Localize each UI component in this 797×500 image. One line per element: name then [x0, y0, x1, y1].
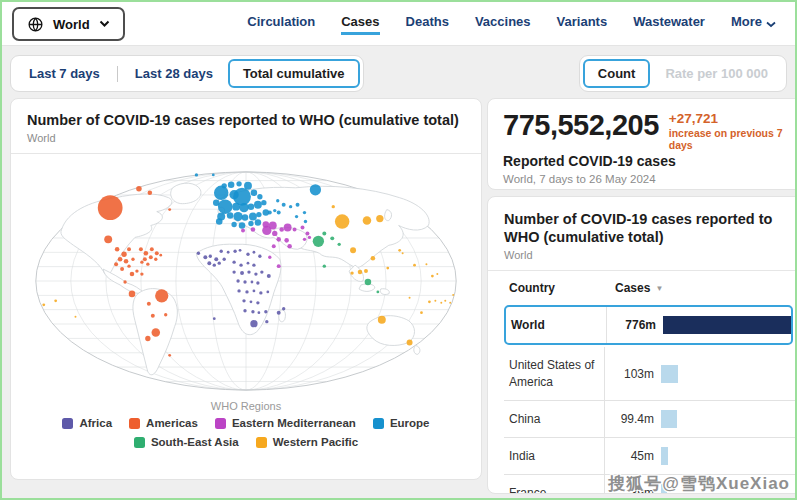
case-bubble[interactable]: [233, 250, 236, 253]
case-bubble[interactable]: [147, 302, 151, 306]
table-row-china[interactable]: China99.4m: [504, 400, 797, 437]
case-bubble[interactable]: [428, 301, 431, 304]
case-bubble[interactable]: [255, 219, 262, 226]
case-bubble[interactable]: [251, 310, 254, 313]
case-bubble[interactable]: [118, 257, 123, 262]
filter-button-last-7-days[interactable]: Last 7 days: [14, 59, 115, 88]
nav-item-cases[interactable]: Cases: [341, 2, 379, 46]
filter-button-total-cumulative[interactable]: Total cumulative: [228, 59, 360, 88]
case-bubble[interactable]: [273, 209, 276, 212]
case-bubble[interactable]: [143, 257, 147, 261]
case-bubble[interactable]: [287, 244, 292, 249]
case-bubble[interactable]: [123, 280, 126, 283]
case-bubble[interactable]: [376, 291, 379, 294]
case-bubble[interactable]: [146, 263, 149, 266]
case-bubble[interactable]: [124, 259, 129, 264]
case-bubble[interactable]: [240, 271, 244, 275]
case-bubble[interactable]: [257, 194, 262, 199]
case-bubble[interactable]: [268, 211, 272, 215]
case-bubble[interactable]: [54, 300, 57, 303]
case-bubble[interactable]: [279, 227, 284, 232]
case-bubble[interactable]: [135, 270, 138, 273]
region-selector-button[interactable]: World: [12, 7, 125, 41]
case-bubble[interactable]: [276, 199, 279, 202]
case-bubble[interactable]: [121, 252, 126, 257]
case-bubble[interactable]: [425, 263, 427, 265]
case-bubble[interactable]: [256, 281, 259, 284]
case-bubble[interactable]: [259, 291, 262, 294]
case-bubble[interactable]: [264, 310, 267, 313]
case-bubble[interactable]: [303, 211, 306, 214]
case-bubble[interactable]: [330, 237, 334, 241]
case-bubble[interactable]: [284, 238, 289, 243]
case-bubble[interactable]: [115, 247, 120, 252]
case-bubble[interactable]: [277, 264, 281, 268]
case-bubble[interactable]: [282, 307, 285, 310]
case-bubble[interactable]: [214, 186, 228, 200]
case-bubble[interactable]: [247, 271, 250, 274]
case-bubble[interactable]: [155, 251, 159, 255]
case-bubble[interactable]: [293, 228, 297, 232]
case-bubble[interactable]: [364, 269, 368, 273]
case-bubble[interactable]: [149, 255, 153, 259]
table-row-india[interactable]: India45m: [504, 437, 797, 474]
case-bubble[interactable]: [223, 258, 226, 261]
case-bubble[interactable]: [250, 301, 253, 304]
case-bubble[interactable]: [365, 279, 372, 286]
filter-button-rate-per-100-000[interactable]: Rate per 100 000: [650, 59, 783, 88]
case-bubble[interactable]: [253, 251, 256, 254]
case-bubble[interactable]: [268, 256, 271, 259]
case-bubble[interactable]: [130, 272, 135, 277]
case-bubble[interactable]: [120, 267, 124, 271]
case-bubble[interactable]: [262, 226, 271, 235]
case-bubble[interactable]: [145, 336, 150, 341]
case-bubble[interactable]: [350, 247, 356, 253]
case-bubble[interactable]: [139, 247, 143, 251]
case-bubble[interactable]: [104, 236, 112, 244]
case-bubble[interactable]: [258, 311, 261, 314]
case-bubble[interactable]: [436, 273, 438, 275]
case-bubble[interactable]: [152, 328, 161, 337]
case-bubble[interactable]: [452, 294, 454, 296]
filter-button-last-28-days[interactable]: Last 28 days: [120, 59, 228, 88]
table-row-france[interactable]: France39m: [504, 474, 797, 494]
case-bubble[interactable]: [241, 229, 245, 233]
case-bubble[interactable]: [74, 316, 76, 318]
case-bubble[interactable]: [140, 261, 143, 264]
case-bubble[interactable]: [267, 274, 271, 278]
case-bubble[interactable]: [216, 218, 223, 225]
case-bubble[interactable]: [114, 262, 118, 266]
case-bubble[interactable]: [284, 224, 292, 232]
case-bubble[interactable]: [295, 215, 298, 218]
case-bubble[interactable]: [282, 203, 286, 207]
sort-desc-icon[interactable]: ▼: [655, 284, 663, 293]
case-bubble[interactable]: [252, 264, 255, 267]
case-bubble[interactable]: [323, 265, 326, 268]
case-bubble[interactable]: [218, 200, 232, 214]
case-bubble[interactable]: [239, 249, 242, 252]
case-bubble[interactable]: [407, 340, 413, 346]
case-bubble[interactable]: [440, 302, 442, 304]
case-bubble[interactable]: [168, 208, 171, 211]
case-bubble[interactable]: [251, 190, 258, 197]
case-bubble[interactable]: [266, 291, 269, 294]
case-bubble[interactable]: [242, 214, 249, 221]
case-bubble[interactable]: [350, 272, 353, 275]
nav-item-deaths[interactable]: Deaths: [406, 2, 449, 46]
case-bubble[interactable]: [378, 316, 386, 324]
case-bubble[interactable]: [363, 216, 372, 225]
case-bubble[interactable]: [237, 289, 240, 292]
case-bubble[interactable]: [431, 275, 434, 278]
case-bubble[interactable]: [144, 251, 149, 256]
case-bubble[interactable]: [168, 354, 171, 357]
case-bubble[interactable]: [250, 320, 257, 327]
case-bubble[interactable]: [358, 270, 363, 275]
case-bubble[interactable]: [248, 221, 253, 226]
case-bubble[interactable]: [195, 173, 198, 176]
case-bubble[interactable]: [261, 200, 266, 205]
case-bubble[interactable]: [304, 220, 307, 223]
case-bubble[interactable]: [243, 309, 246, 312]
case-bubble[interactable]: [332, 205, 335, 208]
case-bubble[interactable]: [232, 203, 240, 211]
country-column-header[interactable]: Country: [504, 281, 604, 295]
